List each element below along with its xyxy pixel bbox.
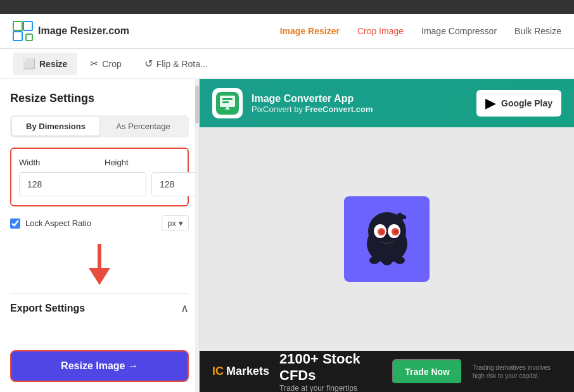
logo-text: Image Resizer.com bbox=[38, 25, 129, 37]
dark-strip bbox=[0, 0, 574, 14]
svg-marker-5 bbox=[89, 268, 110, 285]
svg-point-17 bbox=[380, 230, 384, 234]
arrow-annotation bbox=[10, 244, 189, 288]
ic-orange-text: IC bbox=[212, 365, 224, 378]
toggle-as-percentage[interactable]: As Percentage bbox=[99, 117, 187, 136]
width-label: Width bbox=[19, 158, 94, 167]
toggle-by-dimensions[interactable]: By Dimensions bbox=[12, 117, 99, 136]
converter-app-icon bbox=[216, 92, 239, 115]
ad-title: Image Converter App bbox=[252, 93, 468, 104]
right-content: Image Converter App PixConvert by FreeCo… bbox=[200, 79, 574, 392]
bottom-ad-text: 2100+ Stock CFDs Trade at your fingertip… bbox=[279, 351, 382, 393]
ad-banner: Image Converter App PixConvert by FreeCo… bbox=[200, 79, 574, 127]
width-input[interactable] bbox=[19, 172, 146, 196]
preview-image-container bbox=[344, 196, 430, 282]
nav-links: Image Resizer Crop Image Image Compresso… bbox=[280, 26, 561, 36]
resize-btn-label: Resize Image → bbox=[61, 360, 138, 372]
google-play-button[interactable]: ▶ Google Play bbox=[476, 90, 561, 117]
tab-resize[interactable]: ⬜ Resize bbox=[13, 53, 77, 75]
svg-rect-10 bbox=[222, 101, 229, 103]
ad-subtitle-bold: FreeConvert.com bbox=[305, 104, 373, 114]
nav-link-bulk-resize[interactable]: Bulk Resize bbox=[514, 26, 561, 36]
height-label: Height bbox=[105, 158, 180, 167]
tab-resize-label: Resize bbox=[39, 59, 67, 69]
svg-rect-0 bbox=[13, 22, 22, 30]
px-chevron-icon: ▾ bbox=[179, 218, 183, 228]
logo-area: Image Resizer.com bbox=[13, 21, 129, 41]
svg-point-24 bbox=[395, 256, 405, 264]
tab-bar: ⬜ Resize ✂ Crop ↺ Flip & Rota... bbox=[0, 49, 574, 79]
ad-text: Image Converter App PixConvert by FreeCo… bbox=[252, 93, 468, 114]
top-nav: Image Resizer.com Image Resizer Crop Ima… bbox=[0, 14, 574, 49]
crop-tab-icon: ✂ bbox=[90, 58, 98, 70]
nav-link-compressor[interactable]: Image Compressor bbox=[421, 26, 497, 36]
svg-point-18 bbox=[394, 230, 398, 234]
svg-rect-3 bbox=[26, 34, 32, 41]
lock-aspect-ratio-checkbox[interactable] bbox=[10, 218, 20, 229]
tab-flip-rotate[interactable]: ↺ Flip & Rota... bbox=[134, 53, 218, 75]
panel-title: Resize Settings bbox=[10, 92, 189, 105]
lock-aspect-ratio-label: Lock Aspect Ratio bbox=[25, 218, 91, 228]
arrow-svg bbox=[84, 244, 115, 288]
preview-image bbox=[352, 205, 422, 274]
bottom-ad: IC Markets 2100+ Stock CFDs Trade at you… bbox=[200, 351, 574, 392]
tab-crop[interactable]: ✂ Crop bbox=[80, 53, 131, 75]
export-title: Export Settings bbox=[10, 303, 85, 314]
google-play-label: Google Play bbox=[501, 98, 552, 108]
bottom-ad-disclaimer: Trading derivatives involves high risk t… bbox=[473, 364, 561, 380]
svg-rect-1 bbox=[23, 22, 32, 30]
svg-rect-2 bbox=[13, 32, 22, 41]
scrollbar-thumb[interactable] bbox=[195, 85, 199, 123]
svg-point-22 bbox=[369, 256, 379, 264]
dim-inputs bbox=[19, 172, 180, 196]
tab-flip-label: Flip & Rota... bbox=[156, 59, 208, 69]
bottom-ad-subtext: Trade at your fingertips bbox=[279, 384, 382, 393]
dimension-toggle: By Dimensions As Percentage bbox=[10, 115, 189, 137]
trade-now-button[interactable]: Trade Now bbox=[392, 359, 462, 384]
lock-ratio-row: Lock Aspect Ratio px ▾ bbox=[10, 215, 189, 231]
main-layout: Resize Settings By Dimensions As Percent… bbox=[0, 79, 574, 392]
dimension-box: Width Height bbox=[10, 148, 189, 206]
dim-labels: Width Height bbox=[19, 158, 180, 167]
resize-image-button[interactable]: Resize Image → bbox=[10, 350, 189, 382]
scrollbar-track bbox=[195, 79, 199, 392]
px-dropdown[interactable]: px ▾ bbox=[162, 215, 189, 231]
ad-app-icon bbox=[212, 88, 243, 118]
left-panel: Resize Settings By Dimensions As Percent… bbox=[0, 79, 200, 392]
nav-link-crop-image[interactable]: Crop Image bbox=[357, 26, 404, 36]
export-section: Export Settings ∧ bbox=[10, 293, 189, 315]
image-preview bbox=[200, 127, 574, 351]
logo-icon bbox=[13, 21, 33, 41]
svg-point-21 bbox=[397, 215, 402, 220]
ad-subtitle-pre: PixConvert by bbox=[252, 104, 305, 114]
flip-tab-icon: ↺ bbox=[144, 58, 153, 70]
nav-link-image-resizer[interactable]: Image Resizer bbox=[280, 26, 340, 36]
px-label: px bbox=[167, 218, 176, 228]
bottom-ad-headline: 2100+ Stock CFDs bbox=[279, 351, 382, 384]
ad-subtitle: PixConvert by FreeConvert.com bbox=[252, 104, 468, 114]
export-expand-icon[interactable]: ∧ bbox=[181, 301, 189, 315]
resize-tab-icon: ⬜ bbox=[23, 58, 35, 70]
height-input[interactable] bbox=[151, 172, 200, 196]
tab-crop-label: Crop bbox=[102, 59, 121, 69]
svg-rect-9 bbox=[222, 98, 233, 100]
ic-white-text: Markets bbox=[226, 365, 269, 378]
svg-point-23 bbox=[382, 258, 392, 265]
markets-logo: IC Markets bbox=[212, 365, 269, 378]
google-play-icon: ▶ bbox=[485, 95, 496, 111]
